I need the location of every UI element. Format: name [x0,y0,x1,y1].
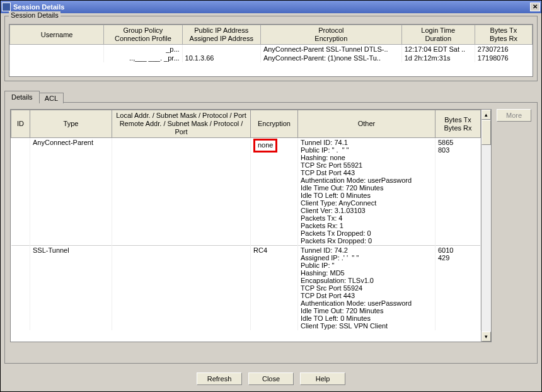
help-button[interactable]: Help [300,372,345,385]
col-id[interactable]: ID [11,110,30,138]
scroll-up-icon[interactable]: ▴ [481,110,491,120]
col-login-time[interactable]: Login TimeDuration [401,25,475,45]
table-row[interactable]: AnyConnect-ParentnoneTunnel ID: 74.1 Pub… [11,138,481,246]
table-row[interactable]: SSL-TunnelRC4Tunnel ID: 74.2 Assigned IP… [11,246,481,331]
titlebar: Session Details ✕ [1,1,541,13]
table-row[interactable]: _p... AnyConnect-Parent SSL-Tunnel DTLS-… [10,45,533,54]
col-encryption[interactable]: Encryption [251,110,298,138]
encryption-highlight: none [253,139,277,153]
close-button[interactable]: Close [248,372,294,385]
scroll-down-icon[interactable]: ▾ [481,331,491,342]
groupbox-label: Session Details [9,11,61,19]
col-bytes[interactable]: Bytes TxBytes Rx [475,25,532,45]
details-table: ID Type Local Addr. / Subnet Mask / Prot… [11,110,481,330]
scroll-thumb[interactable] [481,120,491,145]
tab-acl[interactable]: ACL [39,93,64,103]
refresh-button[interactable]: Refresh [197,372,242,385]
col-detail-bytes[interactable]: Bytes TxBytes Rx [435,110,481,138]
app-icon [2,3,11,11]
col-username[interactable]: Username [10,25,104,45]
col-other[interactable]: Other [298,110,435,138]
right-panel: More [497,109,532,358]
details-table-wrap: ID Type Local Addr. / Subnet Mask / Prot… [10,109,492,342]
col-public-ip[interactable]: Public IP AddressAssigned IP Address [182,25,260,45]
summary-table-wrap: Username Group PolicyConnection Profile … [9,24,533,77]
bottom-bar: Refresh Close Help [1,367,541,391]
tab-body: ID Type Local Addr. / Subnet Mask / Prot… [4,102,538,364]
col-addr[interactable]: Local Addr. / Subnet Mask / Protocol / P… [112,110,251,138]
window-title: Session Details [13,3,64,11]
table-row[interactable]: ..,___ ___. _pr... 10.1.3.66 AnyConnect-… [10,54,533,62]
tab-details[interactable]: Details [4,91,40,103]
col-type[interactable]: Type [30,110,112,138]
summary-table: Username Group PolicyConnection Profile … [9,25,533,76]
col-group-policy[interactable]: Group PolicyConnection Profile [104,25,182,45]
session-details-window: Session Details ✕ Session Details Userna… [0,0,542,392]
session-summary-group: Session Details Username Group PolicyCon… [4,16,538,81]
tab-bar: Details ACL [4,90,538,102]
col-protocol[interactable]: ProtocolEncryption [260,25,401,45]
vertical-scrollbar[interactable]: ▴ ▾ [481,110,491,342]
close-icon[interactable]: ✕ [530,3,540,11]
more-button[interactable]: More [497,109,531,122]
scroll-track[interactable] [481,145,491,331]
